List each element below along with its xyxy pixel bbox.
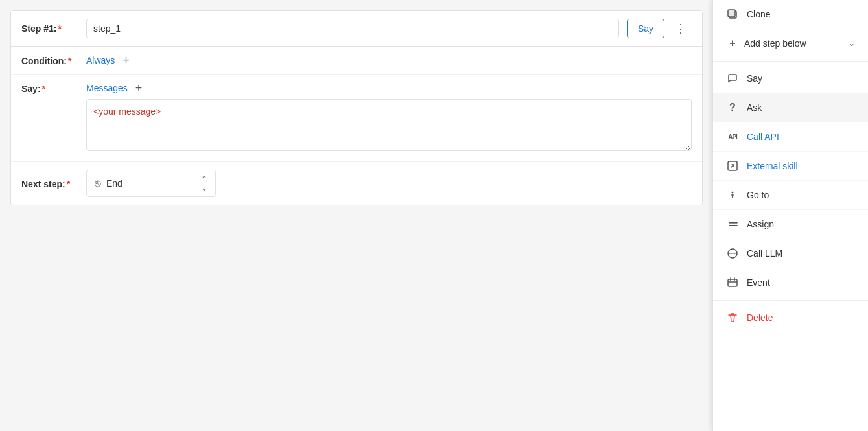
goto-icon <box>726 189 739 202</box>
say-required-star: * <box>42 84 45 94</box>
step-number-label: Step #1: <box>21 23 56 34</box>
menu-item-call-llm[interactable]: Call LLM <box>713 239 868 268</box>
menu-item-add-step-below[interactable]: + Add step below ⌄ <box>713 29 868 58</box>
condition-label: Condition: * <box>21 54 86 66</box>
next-step-value: End <box>106 178 123 189</box>
clone-icon <box>726 8 739 21</box>
go-to-label: Go to <box>747 190 769 200</box>
say-label: Say: * <box>21 82 86 94</box>
ask-icon: ? <box>726 101 739 114</box>
trash-icon <box>726 311 739 324</box>
step-header: Step #1: * Say ⋮ <box>11 11 702 47</box>
menu-divider-1 <box>713 61 868 62</box>
say-messages-tag: Messages <box>86 83 128 93</box>
plus-icon: + <box>726 37 739 50</box>
step-name-input[interactable] <box>86 19 619 38</box>
step-container: Step #1: * Say ⋮ Condition: * Always + S… <box>10 10 703 205</box>
api-icon: API <box>726 130 739 143</box>
menu-divider-2 <box>713 300 868 301</box>
condition-content: Always + <box>86 54 692 66</box>
condition-row: Condition: * Always + <box>11 47 702 75</box>
select-arrows-icon: ⌃⌄ <box>201 174 207 192</box>
external-skill-icon <box>726 159 739 172</box>
call-llm-label: Call LLM <box>747 248 782 259</box>
menu-item-say[interactable]: Say <box>713 64 868 93</box>
event-icon <box>726 276 739 289</box>
menu-item-external-skill[interactable]: External skill <box>713 152 868 181</box>
step-label: Step #1: * <box>21 23 86 34</box>
ask-label: Ask <box>747 102 762 113</box>
main-content: Step #1: * Say ⋮ Condition: * Always + S… <box>0 0 713 431</box>
next-step-select[interactable]: ⎋ End ⌃⌄ <box>86 170 216 197</box>
delete-label: Delete <box>747 312 773 323</box>
menu-item-delete[interactable]: Delete <box>713 303 868 332</box>
next-step-label: Next step: * <box>21 178 86 189</box>
menu-item-go-to[interactable]: Go to <box>713 181 868 210</box>
step-required-star: * <box>58 23 61 34</box>
more-options-button[interactable]: ⋮ <box>670 19 692 38</box>
say-add-button[interactable]: + <box>133 82 145 94</box>
condition-value: Always <box>86 55 115 65</box>
next-step-required-star: * <box>67 179 70 189</box>
menu-item-ask[interactable]: ? Ask <box>713 93 868 122</box>
say-icon <box>726 72 739 85</box>
end-icon: ⎋ <box>95 178 101 189</box>
svg-point-3 <box>732 192 734 194</box>
menu-item-event[interactable]: Event <box>713 268 868 297</box>
call-api-label: Call API <box>747 132 779 142</box>
say-row: Say: * Messages + <your message> <box>11 75 702 162</box>
add-step-below-label: Add step below <box>744 38 843 49</box>
dropdown-menu: Clone + Add step below ⌄ Say ? Ask API C… <box>712 0 868 431</box>
assign-icon: == <box>726 218 739 231</box>
next-step-row: Next step: * ⎋ End ⌃⌄ <box>11 162 702 205</box>
menu-item-assign[interactable]: == Assign <box>713 210 868 239</box>
assign-label: Assign <box>747 219 774 229</box>
say-menu-label: Say <box>747 73 762 84</box>
say-button[interactable]: Say <box>627 19 664 38</box>
svg-rect-1 <box>728 10 735 17</box>
event-label: Event <box>747 277 770 288</box>
clone-label: Clone <box>747 9 771 19</box>
chevron-down-icon: ⌄ <box>849 39 855 48</box>
menu-item-call-api[interactable]: API Call API <box>713 122 868 152</box>
llm-icon <box>726 247 739 260</box>
external-skill-label: External skill <box>747 161 798 171</box>
message-textarea-wrapper: <your message> <box>21 99 692 154</box>
condition-add-button[interactable]: + <box>120 54 132 66</box>
condition-required-star: * <box>68 56 71 66</box>
say-content: Messages + <box>86 82 692 94</box>
menu-item-clone[interactable]: Clone <box>713 0 868 29</box>
svg-rect-5 <box>728 279 737 286</box>
message-textarea[interactable]: <your message> <box>86 99 692 151</box>
